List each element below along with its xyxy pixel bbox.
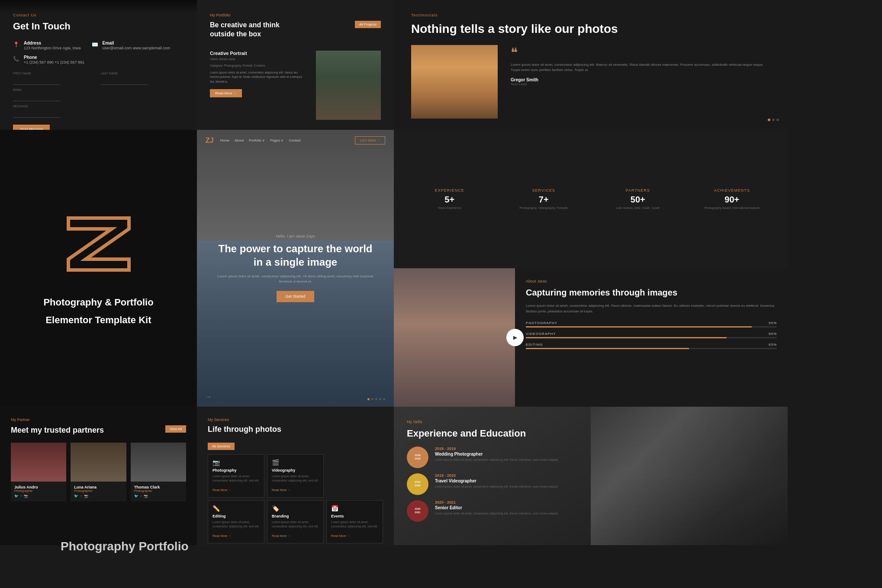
all-services-button[interactable]: All Services <box>208 443 235 450</box>
nav-pages[interactable]: Pages ∨ <box>270 138 284 142</box>
service-photography-desc: Lorem ipsum dolor sit amet, consectetur … <box>212 474 260 483</box>
partner-3-photo <box>131 443 186 482</box>
exp-items: 20182019 2018 - 2019 Wedding Photographe… <box>407 447 628 522</box>
exp-item-2: 20192020 2019 - 2020 Travel Videographer… <box>407 473 628 495</box>
portfolio-tagline: Be creative and think outside the box <box>210 21 296 39</box>
nav-contact[interactable]: Contact <box>289 138 301 142</box>
dot-2[interactable] <box>772 119 775 121</box>
nav-home[interactable]: Home <box>220 138 229 142</box>
facebook-icon-3[interactable]: f <box>141 494 142 498</box>
last-name-input[interactable] <box>101 77 148 85</box>
videography-read-more[interactable]: Read More → <box>272 488 291 492</box>
nav-portfolio[interactable]: Portfolio ∨ <box>249 138 265 142</box>
about-image: ▶ <box>394 268 515 407</box>
exp-badge-1: 20182019 <box>407 447 428 468</box>
partner-2-socials: 🐦 f 📷 <box>74 494 122 498</box>
stat-partners-value: 50+ <box>595 195 681 205</box>
partner-3-name: Thomas Clark <box>134 485 183 489</box>
about-desc: Lorem ipsum dolor sit amet, consectetur … <box>526 303 777 315</box>
stat-experience-value: 5+ <box>407 195 493 205</box>
stat-partners: PARTNERS 50+ Last reviews, Elite, Scale,… <box>595 188 681 210</box>
stat-services-desc: Photography, Videography, Portraits <box>501 206 587 210</box>
skill-videography-value: 80% <box>769 332 777 336</box>
branding-read-more[interactable]: Read More → <box>272 534 291 537</box>
hero-dot-3[interactable] <box>375 398 377 400</box>
hero-dot-2[interactable] <box>371 398 373 400</box>
nav-about[interactable]: About <box>235 138 244 142</box>
email-icon: ✉️ <box>92 42 98 48</box>
services-grid: 📷 Photography Lorem ipsum dolor sit amet… <box>208 454 383 543</box>
editing-read-more[interactable]: Read More → <box>212 534 232 537</box>
skill-videography: VIDEOGRAPHY 80% <box>526 332 777 338</box>
hero-nav: ZJ Home About Portfolio ∨ Pages ∨ Contac… <box>197 130 394 151</box>
lets-work-button[interactable]: Let's Work → <box>355 136 385 145</box>
facebook-icon[interactable]: f <box>21 494 22 498</box>
instagram-icon-2[interactable]: 📷 <box>84 494 88 498</box>
service-photography-name: Photography <box>212 468 260 472</box>
stats-grid: EXPERIENCE 5+ Years Experience SERVICES … <box>407 138 775 260</box>
hero-dot-5[interactable] <box>383 398 385 400</box>
skill-photography-value: 90% <box>769 321 777 325</box>
exp-item-1-desc: Lorem ipsum dolor sit amet, consectetur … <box>435 458 628 462</box>
partner-3-info: Thomas Clark Photographer 🐦 f 📷 <box>131 482 186 501</box>
service-videography: 🎬 Videography Lorem ipsum dolor sit amet… <box>267 454 324 498</box>
partner-1-name: Julius Andro <box>14 485 63 489</box>
stat-services-label: SERVICES <box>501 188 587 193</box>
contact-title: Get In Touch <box>13 21 184 32</box>
partner-1: Julius Andro Photographer 🐦 f 📷 <box>11 443 66 501</box>
portfolio-label: My Portfolio <box>210 13 381 17</box>
phone-icon: 📞 <box>13 56 19 62</box>
exp-item-1-title: 2018 - 2019 <box>435 447 628 451</box>
twitter-icon-3[interactable]: 🐦 <box>134 494 138 498</box>
service-videography-desc: Lorem ipsum dolor sit amet, consectetur … <box>272 474 319 483</box>
view-all-partners-button[interactable]: View All <box>165 425 186 433</box>
send-message-button[interactable]: Send Message <box>13 125 50 130</box>
service-editing: ✏️ Editing Lorem ipsum dolor sit amet, c… <box>208 500 264 543</box>
events-read-more[interactable]: Read More → <box>331 534 350 537</box>
instagram-icon[interactable]: 📷 <box>24 494 28 498</box>
stat-services: SERVICES 7+ Photography, Videography, Po… <box>501 188 587 210</box>
get-started-button[interactable]: Get Started <box>277 291 314 302</box>
twitter-icon-2[interactable]: 🐦 <box>74 494 78 498</box>
partner-3-role: Photographer <box>134 489 183 492</box>
partner-3-socials: 🐦 f 📷 <box>134 494 183 498</box>
scroll-arrow[interactable]: → <box>206 393 212 400</box>
play-button[interactable]: ▶ <box>506 329 524 346</box>
stats-section: EXPERIENCE 5+ Years Experience SERVICES … <box>394 130 788 268</box>
partner-1-photo <box>11 443 66 482</box>
partner-3: Thomas Clark Photographer 🐦 f 📷 <box>131 443 186 501</box>
last-name-label: LAST NAME <box>101 72 184 75</box>
email-value: user@email.com www.samplemail.com <box>103 45 171 51</box>
skill-videography-fill <box>526 337 727 338</box>
hero-desc: Lorem ipsum dolor sit amet, consectetur … <box>217 274 374 285</box>
phone-label: Phone <box>24 55 84 60</box>
services-title: Life through photos <box>208 424 281 434</box>
partner-2-name: Luna Ariana <box>74 485 122 489</box>
brand-section: Photography & Portfolio Elementor Templa… <box>0 130 197 407</box>
read-more-button[interactable]: Read More → <box>210 89 242 97</box>
portfolio-preview-section: My Portfolio Be creative and think outsi… <box>197 0 394 130</box>
skill-editing-value: 65% <box>769 343 777 347</box>
dot-1[interactable] <box>768 119 770 121</box>
about-section: ▶ About Jaran Capturing memories through… <box>394 268 788 407</box>
message-input[interactable] <box>13 110 60 118</box>
dot-3[interactable] <box>776 119 779 121</box>
service-editing-desc: Lorem ipsum dolor sit amet, consectetur … <box>212 520 260 529</box>
carousel-dots <box>768 119 779 121</box>
facebook-icon-2[interactable]: f <box>80 494 81 498</box>
exp-label: My Skills <box>407 420 628 424</box>
skill-photography-track <box>526 326 777 328</box>
photography-read-more[interactable]: Read More → <box>212 488 232 492</box>
hero-dot-1[interactable] <box>367 398 370 400</box>
hero-nav-links: Home About Portfolio ∨ Pages ∨ Contact <box>220 138 301 142</box>
experience-left: My Skills Experience and Education 20182… <box>407 420 628 522</box>
exp-item-3-desc: Lorem ipsum dolor sit amet, consectetur … <box>435 511 628 516</box>
email-form-input[interactable] <box>13 93 60 101</box>
instagram-icon-3[interactable]: 📷 <box>144 494 148 498</box>
hero-dot-4[interactable] <box>379 398 381 400</box>
twitter-icon[interactable]: 🐦 <box>14 494 19 498</box>
first-name-input[interactable] <box>13 77 60 85</box>
portfolio-item-title: Creative Portrait <box>210 51 303 56</box>
stat-achievements-desc: Photography Award, International Awards <box>689 206 775 210</box>
view-all-projects-button[interactable]: All Projects <box>355 21 381 28</box>
